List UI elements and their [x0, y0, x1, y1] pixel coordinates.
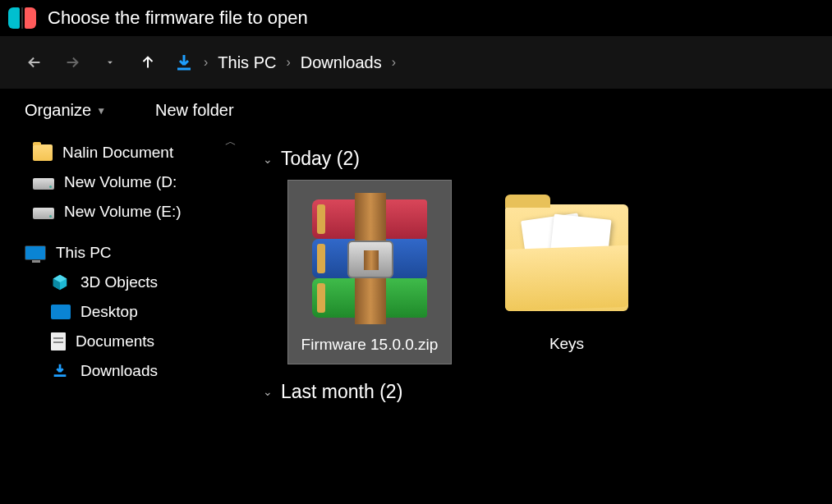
tree-item-label: This PC: [56, 244, 112, 262]
up-button[interactable]: [136, 51, 159, 74]
organize-label: Organize: [25, 101, 91, 120]
document-icon: [51, 332, 66, 351]
toolbar: Organize ▼ New folder: [0, 89, 832, 131]
items-grid: Firmware 15.0.0.zip Keys: [263, 180, 816, 364]
forward-button[interactable]: [61, 51, 84, 74]
tree-item-label: New Volume (E:): [64, 203, 182, 221]
file-item-keys[interactable]: Keys: [485, 180, 649, 364]
file-item-firmware-zip[interactable]: Firmware 15.0.0.zip: [287, 180, 452, 364]
navigation-bar: › This PC › Downloads ›: [0, 36, 832, 89]
organize-button[interactable]: Organize ▼: [25, 101, 106, 120]
main-area: ︿ Nalin Document New Volume (D: New Volu…: [0, 131, 832, 494]
tree-item-label: New Volume (D:: [64, 173, 177, 191]
tree-item-desktop[interactable]: Desktop: [0, 297, 246, 327]
address-bar[interactable]: › This PC › Downloads ›: [174, 53, 396, 72]
tree-item-label: Nalin Document: [62, 144, 173, 162]
breadcrumb-separator-icon: ›: [392, 55, 396, 70]
chevron-down-icon: ⌄: [263, 153, 273, 166]
tree-item-downloads[interactable]: Downloads: [0, 356, 246, 386]
back-button[interactable]: [23, 51, 46, 74]
tree-item-documents[interactable]: Documents: [0, 327, 246, 356]
titlebar: Choose the firmware file to open: [0, 0, 832, 36]
new-folder-button[interactable]: New folder: [155, 101, 234, 120]
chevron-down-icon: ⌄: [263, 385, 273, 398]
this-pc-icon: [25, 245, 46, 260]
tree-item-nalin-document[interactable]: Nalin Document: [0, 138, 246, 167]
group-header-label: Last month (2): [281, 381, 402, 403]
scroll-up-icon[interactable]: ︿: [225, 135, 237, 149]
tree-item-volume-e[interactable]: New Volume (E:): [0, 197, 246, 227]
tree-item-volume-d[interactable]: New Volume (D:: [0, 167, 246, 197]
group-header-label: Today (2): [281, 148, 360, 170]
download-icon: [51, 362, 71, 380]
app-icon: [8, 7, 39, 29]
recent-locations-button[interactable]: [99, 51, 122, 74]
window-title: Choose the firmware file to open: [48, 7, 308, 29]
breadcrumb-separator-icon: ›: [286, 55, 290, 70]
file-label: Keys: [549, 334, 584, 355]
folder-icon: [33, 144, 53, 161]
dropdown-arrow-icon: ▼: [96, 105, 106, 117]
tree-item-label: 3D Objects: [80, 273, 158, 291]
drive-icon: [33, 178, 54, 190]
navigation-tree[interactable]: ︿ Nalin Document New Volume (D: New Volu…: [0, 131, 246, 494]
breadcrumb-item[interactable]: Downloads: [301, 53, 382, 72]
file-label: Firmware 15.0.0.zip: [301, 335, 439, 355]
breadcrumb-separator-icon: ›: [204, 55, 208, 70]
new-folder-label: New folder: [155, 101, 234, 120]
tree-item-label: Documents: [76, 332, 154, 351]
tree-item-3d-objects[interactable]: 3D Objects: [0, 268, 246, 297]
breadcrumb-item[interactable]: This PC: [218, 53, 276, 72]
winrar-icon: [300, 189, 439, 328]
folder-icon: [497, 188, 637, 328]
tree-item-this-pc[interactable]: This PC: [0, 238, 246, 268]
group-header-today[interactable]: ⌄ Today (2): [263, 148, 816, 170]
tree-item-label: Desktop: [80, 303, 138, 321]
content-pane[interactable]: ⌄ Today (2) Firmware 15.0.0.zip: [246, 131, 832, 494]
tree-item-label: Downloads: [80, 362, 158, 380]
download-arrow-icon: [174, 53, 194, 72]
drive-icon: [33, 208, 54, 219]
group-header-last-month[interactable]: ⌄ Last month (2): [263, 381, 816, 403]
cube-icon: [51, 273, 71, 291]
desktop-icon: [51, 305, 71, 319]
